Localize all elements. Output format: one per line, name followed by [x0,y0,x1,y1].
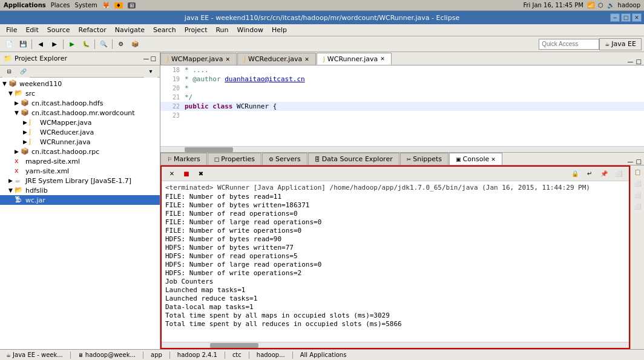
username-label: hadoop [618,2,640,8]
status-app[interactable]: app [148,352,165,358]
console-line-12: Launched reduce tasks=1 [165,295,625,303]
menu-file[interactable]: File [2,25,21,35]
code-content-20: * [185,84,642,92]
tab-console[interactable]: ▣ Console ✕ [449,153,502,165]
app-icon-2[interactable]: ⊞ [128,2,136,8]
status-javaee[interactable]: ☕ Java EE - week... [4,352,65,358]
editor-scrollbar-x[interactable] [160,146,644,152]
status-hadoop-week[interactable]: 🖥 hadoop@week... [76,352,138,358]
link-editor-button[interactable]: 🔗 [16,65,30,78]
tab-wcmapper[interactable]: J WCMapper.java ✕ [160,53,237,65]
tab-markers[interactable]: ⚐ Markers [160,153,207,165]
new-button[interactable]: 📄 [2,38,16,50]
menu-edit[interactable]: Edit [22,25,42,35]
back-button[interactable]: ◀ [34,38,47,50]
open-console-button[interactable]: ⬜ [612,168,625,180]
arrow-hdfslib: ▼ [8,187,15,193]
console-line-14: Total time spent by all maps in occupied… [165,312,625,320]
menu-source[interactable]: Source [44,25,74,35]
close-tab-console[interactable]: ✕ [491,156,496,162]
snippets-icon: ✂ [407,156,412,162]
run-button[interactable]: ▶ [65,38,79,50]
side-btn-2[interactable]: ⬜ [632,178,643,189]
console-icon: ▣ [456,156,461,162]
search-button[interactable]: 🔍 [97,38,110,50]
close-tab-wcreducer[interactable]: ✕ [304,56,309,62]
close-button[interactable]: ✕ [632,13,642,22]
tree-item-mapred-xml[interactable]: ▶ x mapred-site.xml [0,156,160,166]
maximize-bottom-button[interactable]: □ [636,158,642,165]
maximize-panel-button[interactable]: □ [151,55,156,62]
code-line-20: 20 * [160,84,644,93]
collapse-all-button[interactable]: ⊟ [2,65,16,78]
tree-item-wcmapper[interactable]: ▶ J WCMapper.java [0,118,160,127]
close-tab-wcmapper[interactable]: ✕ [226,56,231,62]
tree-item-mr-wordcount[interactable]: ▼ 📦 cn.itcast.hadoop.mr.wordcount [0,108,160,118]
status-all-apps[interactable]: All Applications [298,352,349,358]
quick-access-input[interactable] [539,39,599,50]
tree-item-yarn-xml[interactable]: ▶ x yarn-site.xml [0,166,160,176]
tree-item-wcjar[interactable]: ▶ 🗜 wc.jar [0,195,160,205]
menu-run[interactable]: Run [212,25,232,35]
status-hadoop2[interactable]: hadoop... [254,352,288,358]
java-tab-icon-runner: J [323,56,325,62]
status-ctc[interactable]: ctc [230,352,244,358]
minimize-panel-button[interactable]: — [143,55,150,62]
minimize-editor-button[interactable]: — [628,58,634,65]
word-wrap-button[interactable]: ↵ [583,168,596,180]
console-scrollbar-x[interactable] [162,342,629,348]
editor-scroll-thumb[interactable] [185,147,233,152]
status-hadoop-ver[interactable]: hadoop 2.4.1 [175,352,220,358]
tab-datasource[interactable]: 🗄 Data Source Explorer [308,153,399,165]
side-btn-4[interactable]: ⬜ [632,201,643,212]
maximize-editor-button[interactable]: □ [636,58,642,65]
tree-item-jre[interactable]: ▶ ☕ JRE System Library [JavaSE-1.7] [0,176,160,185]
tree-item-rpc[interactable]: ▶ 📦 cn.itcast.hadoop.rpc [0,147,160,156]
menu-search[interactable]: Search [150,25,180,35]
places-menu[interactable]: Places [51,2,70,8]
tab-wcreducer[interactable]: J WCReducer.java ✕ [237,53,316,65]
terminate-button[interactable]: ■ [180,168,193,180]
forward-button[interactable]: ▶ [48,38,61,50]
pin-console-button[interactable]: 📌 [597,168,611,180]
console-content: <terminated> WCRunner [Java Application]… [162,181,629,342]
side-btn-3[interactable]: ⬜ [632,190,643,201]
tab-servers[interactable]: ⚙ Servers [262,153,307,165]
menu-help[interactable]: Help [268,25,291,35]
btn-extra-2[interactable]: 📦 [128,38,142,50]
menu-project[interactable]: Project [181,25,211,35]
view-menu-button[interactable]: ▾ [144,65,157,78]
clear-console-button[interactable]: ✕ [165,168,179,180]
tree-item-hdfslib[interactable]: ▼ 📂 hdfslib [0,185,160,195]
menu-navigate[interactable]: Navigate [111,25,148,35]
java-ee-tab[interactable]: ☕ Java EE [599,38,642,50]
tree-item-weekend110[interactable]: ▼ 📦 weekend110 [0,79,160,88]
debug-button[interactable]: 🐛 [79,38,93,50]
menu-window[interactable]: Window [234,25,267,35]
tree-item-hdfs[interactable]: ▶ 📦 cn.itcast.hadoop.hdfs [0,98,160,108]
minimize-button[interactable]: − [610,13,620,22]
project-icon: 📦 [8,79,18,88]
system-menu[interactable]: System [75,2,97,8]
tree-item-src[interactable]: ▼ 📂 src [0,88,160,98]
btn-extra-1[interactable]: ⚙ [114,38,128,50]
console-scroll-thumb[interactable] [210,343,258,348]
tab-snippets[interactable]: ✂ Snippets [400,153,448,165]
code-editor[interactable]: 18 * .... 19 * @author duanhaitao@itcast… [160,65,644,146]
console-line-9: HDFS: Number of write operations=2 [165,269,625,278]
save-button[interactable]: 💾 [16,38,30,50]
close-tab-wcrunner[interactable]: ✕ [380,56,385,62]
app-icon-1[interactable]: ♦ [114,2,123,8]
tree-item-wcrunner[interactable]: ▶ J WCRunner.java [0,137,160,147]
tree-item-wcreducer[interactable]: ▶ J WCReducer.java [0,127,160,137]
menu-refactor[interactable]: Refactor [75,25,110,35]
side-btn-1[interactable]: 📋 [632,167,643,178]
tab-properties[interactable]: □ Properties [208,153,261,165]
applications-menu[interactable]: Applications [4,2,46,8]
minimize-bottom-button[interactable]: — [628,158,634,165]
tab-wcrunner[interactable]: J WCRunner.java ✕ [317,53,392,65]
firefox-icon[interactable]: 🦊 [102,2,110,8]
scroll-lock-button[interactable]: 🔒 [568,168,582,180]
remove-launch-button[interactable]: ✖ [194,168,208,180]
maximize-button[interactable]: □ [621,13,631,22]
